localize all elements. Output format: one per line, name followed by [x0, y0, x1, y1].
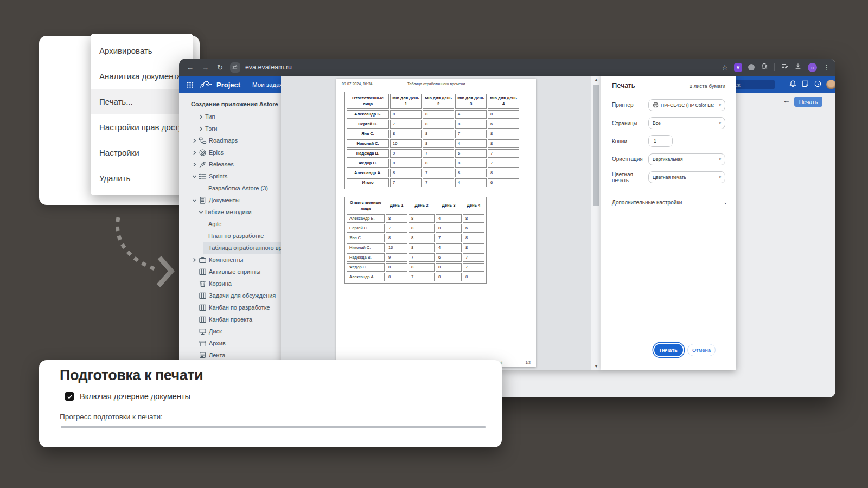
reload-icon[interactable]: ↻	[217, 63, 223, 72]
sidebar-item-label: Активные спринты	[209, 268, 260, 275]
sidebar-item[interactable]: Архив	[179, 337, 281, 349]
row-name-cell: Надежда В.	[347, 253, 385, 262]
sidebar-item[interactable]: Канбан проекта	[179, 313, 281, 325]
more-settings-label: Дополнительные настройки	[612, 200, 682, 206]
preview-scrollbar[interactable]: ▲ ▼	[591, 76, 601, 370]
sidebar-item[interactable]: Лента	[179, 349, 281, 361]
globe-icon[interactable]	[748, 64, 755, 70]
chevron-down-icon[interactable]	[192, 174, 199, 179]
scroll-down-icon[interactable]: ▼	[591, 364, 601, 368]
archive-icon	[199, 339, 207, 348]
site-settings-icon[interactable]	[230, 62, 240, 73]
copies-input[interactable]: 1	[648, 135, 673, 147]
product-name[interactable]: Project	[216, 81, 240, 89]
reading-list-icon[interactable]	[781, 62, 788, 72]
sidebar-item-label: Канбан проекта	[209, 316, 252, 323]
pages-select[interactable]: Все▾	[648, 117, 725, 129]
app-grid-icon[interactable]	[187, 81, 194, 88]
bell-icon[interactable]	[789, 80, 797, 90]
document-paper: 09.07.2024, 16:34 Таблица отработанного …	[336, 79, 536, 367]
dialog-cancel-button[interactable]: Отмена	[687, 344, 716, 356]
page-print-button[interactable]: Печать	[794, 97, 822, 107]
chevron-right-icon[interactable]	[192, 258, 199, 262]
context-menu-item[interactable]: Удалить	[91, 165, 193, 191]
chevron-right-icon[interactable]	[192, 138, 199, 143]
value-cell: 7	[455, 130, 487, 138]
color-mode-select[interactable]: Цветная печать▾	[648, 171, 725, 183]
value-cell: 6	[436, 253, 462, 262]
orientation-select[interactable]: Вертикальная▾	[648, 153, 725, 165]
sidebar-item[interactable]: Документы	[179, 194, 281, 206]
sidebar-item[interactable]: Канбан по разработке	[179, 301, 281, 313]
download-icon[interactable]	[794, 62, 802, 72]
notes-icon[interactable]	[801, 80, 809, 90]
row-name-cell: Николай С.	[347, 139, 389, 148]
chevron-down-icon[interactable]	[192, 198, 199, 203]
print-dialog: Печать 2 листа бумаги ПринтерHPFCE43C (H…	[601, 76, 736, 370]
sidebar-item[interactable]: Корзина	[179, 278, 281, 290]
browser-menu-icon[interactable]: ⋮	[823, 63, 830, 72]
column-header: День 2	[409, 199, 435, 213]
value-cell: 10	[390, 139, 422, 148]
address-bar[interactable]: eva.evateam.ru	[245, 63, 292, 71]
sidebar-item[interactable]: Компоненты	[179, 254, 281, 266]
history-icon[interactable]	[814, 80, 822, 90]
context-menu-item[interactable]: Архивировать	[91, 38, 193, 63]
sidebar-item[interactable]: Разработка Astore (3)	[179, 182, 281, 194]
forward-icon[interactable]: →	[202, 63, 209, 72]
back-icon[interactable]: ←	[187, 63, 194, 72]
sidebar-item[interactable]: Sprints	[179, 170, 281, 182]
modal-title: Подготовка к печати	[60, 367, 203, 384]
context-menu-item[interactable]: Настройки прав доступа	[91, 114, 193, 140]
dropdown-caret-icon: ▾	[719, 103, 721, 107]
sidebar-item[interactable]: Задачи для обсуждения	[179, 290, 281, 301]
sidebar-item[interactable]: Epics	[179, 146, 281, 158]
sidebar-item[interactable]: Активные спринты	[179, 266, 281, 278]
sidebar-item[interactable]: Диск	[179, 325, 281, 337]
sprint-icon	[199, 172, 207, 181]
extensions-puzzle-icon[interactable]	[761, 62, 768, 72]
sidebar-item[interactable]: Releases	[179, 158, 281, 170]
context-menu-item[interactable]: Печать...	[91, 89, 193, 114]
sidebar-item[interactable]: Тип	[179, 111, 281, 123]
chevron-right-icon[interactable]	[199, 114, 205, 119]
sheets-count: 2 листа бумаги	[690, 83, 725, 89]
include-children-checkbox[interactable]	[65, 392, 74, 401]
project-title[interactable]: Создание приложения Astore	[179, 98, 281, 111]
more-settings-expander[interactable]: Дополнительные настройки ⌄	[612, 196, 727, 208]
row-name-cell: Александр А.	[347, 273, 385, 281]
sidebar-item[interactable]: Roadmaps	[179, 134, 281, 146]
value-cell: 8	[463, 234, 484, 242]
dropdown-caret-icon: ▾	[719, 175, 721, 179]
sidebar: Создание приложения Astore ТипТэгиRoadma…	[179, 93, 281, 397]
context-menu-item[interactable]: Настройки	[91, 140, 193, 165]
page-back-icon[interactable]: ←	[783, 96, 790, 105]
scroll-up-icon[interactable]: ▲	[591, 78, 601, 81]
chevron-right-icon[interactable]	[199, 126, 205, 131]
extension-v-icon[interactable]: V	[734, 63, 742, 72]
bookmark-star-icon[interactable]: ☆	[722, 63, 728, 72]
value-cell: 8	[423, 139, 454, 148]
sidebar-item[interactable]: Agile	[179, 218, 281, 230]
product-logo-icon	[199, 79, 213, 90]
value-cell: 8	[409, 263, 435, 272]
chevron-right-icon[interactable]	[192, 150, 199, 155]
chevron-right-icon[interactable]	[192, 162, 199, 167]
row-name-cell: Надежда В.	[347, 149, 389, 158]
printer-select[interactable]: HPFCE43C (HP Color La:▾	[648, 99, 725, 111]
value-cell: 6	[455, 149, 487, 158]
sidebar-item[interactable]: Таблица отработанного времени	[179, 242, 281, 254]
chevron-down-icon[interactable]	[199, 210, 205, 215]
user-avatar[interactable]	[826, 80, 835, 89]
context-menu-item[interactable]: Аналитика документа	[91, 63, 193, 89]
sidebar-item[interactable]: Гибкие методики	[179, 206, 281, 218]
sidebar-item[interactable]: Тэги	[179, 123, 281, 134]
value-cell: 8	[390, 169, 422, 177]
print-setting-label: Принтер	[612, 102, 648, 108]
profile-avatar[interactable]: c	[808, 63, 817, 72]
column-header: День 4	[463, 199, 484, 213]
sidebar-item[interactable]: План по разработке	[179, 230, 281, 242]
dialog-print-button[interactable]: Печать	[654, 344, 683, 356]
paper-header-title: Таблица отработанного времени	[389, 82, 483, 86]
scrollbar-thumb[interactable]	[593, 85, 599, 206]
